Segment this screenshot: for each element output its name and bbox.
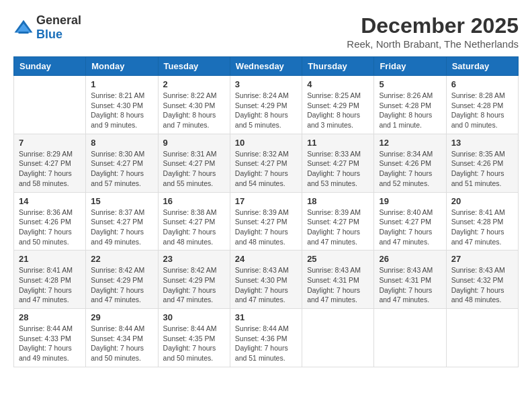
logo-text-general: General (36, 13, 81, 27)
calendar-cell: 4Sunrise: 8:25 AM Sunset: 4:29 PM Daylig… (302, 76, 374, 134)
day-number: 6 (451, 79, 513, 89)
logo: General Blue (13, 13, 81, 42)
calendar-cell: 10Sunrise: 8:32 AM Sunset: 4:27 PM Dayli… (230, 134, 302, 192)
day-info: Sunrise: 8:21 AM Sunset: 4:30 PM Dayligh… (91, 91, 152, 130)
day-info: Sunrise: 8:30 AM Sunset: 4:27 PM Dayligh… (91, 149, 152, 189)
day-number: 4 (307, 79, 369, 89)
day-info: Sunrise: 8:44 AM Sunset: 4:36 PM Dayligh… (235, 324, 297, 363)
calendar-cell: 30Sunrise: 8:44 AM Sunset: 4:35 PM Dayli… (158, 309, 230, 367)
calendar-table: SundayMondayTuesdayWednesdayThursdayFrid… (13, 56, 519, 367)
month-title: December 2025 (347, 13, 519, 38)
column-header-tuesday: Tuesday (158, 57, 230, 76)
day-info: Sunrise: 8:32 AM Sunset: 4:27 PM Dayligh… (235, 149, 297, 189)
calendar-cell: 7Sunrise: 8:29 AM Sunset: 4:27 PM Daylig… (14, 134, 86, 192)
week-row-4: 21Sunrise: 8:41 AM Sunset: 4:28 PM Dayli… (14, 250, 519, 309)
day-info: Sunrise: 8:44 AM Sunset: 4:33 PM Dayligh… (19, 324, 81, 363)
day-info: Sunrise: 8:34 AM Sunset: 4:26 PM Dayligh… (379, 149, 441, 189)
day-number: 1 (91, 79, 152, 89)
calendar-cell: 1Sunrise: 8:21 AM Sunset: 4:30 PM Daylig… (86, 76, 158, 134)
day-info: Sunrise: 8:44 AM Sunset: 4:35 PM Dayligh… (163, 324, 225, 363)
location-title: Reek, North Brabant, The Netherlands (347, 38, 519, 50)
day-info: Sunrise: 8:29 AM Sunset: 4:27 PM Dayligh… (19, 149, 81, 189)
day-number: 12 (379, 138, 441, 148)
logo-text-blue: Blue (36, 28, 62, 41)
day-number: 25 (307, 254, 369, 264)
calendar-cell: 18Sunrise: 8:39 AM Sunset: 4:27 PM Dayli… (302, 192, 374, 250)
day-number: 5 (379, 79, 441, 89)
week-row-3: 14Sunrise: 8:36 AM Sunset: 4:26 PM Dayli… (14, 192, 519, 250)
week-row-5: 28Sunrise: 8:44 AM Sunset: 4:33 PM Dayli… (14, 309, 519, 367)
day-number: 9 (163, 138, 225, 148)
day-info: Sunrise: 8:33 AM Sunset: 4:27 PM Dayligh… (307, 149, 369, 189)
day-info: Sunrise: 8:25 AM Sunset: 4:29 PM Dayligh… (307, 91, 369, 130)
day-number: 8 (91, 138, 152, 148)
day-info: Sunrise: 8:22 AM Sunset: 4:30 PM Dayligh… (163, 91, 225, 130)
day-number: 11 (307, 138, 369, 148)
day-number: 14 (19, 196, 81, 206)
column-header-thursday: Thursday (302, 57, 374, 76)
day-number: 31 (235, 312, 297, 322)
day-info: Sunrise: 8:24 AM Sunset: 4:29 PM Dayligh… (235, 91, 297, 130)
calendar-cell (446, 309, 518, 367)
day-number: 7 (19, 138, 81, 148)
day-number: 3 (235, 79, 297, 89)
day-info: Sunrise: 8:41 AM Sunset: 4:28 PM Dayligh… (19, 265, 81, 305)
calendar-cell: 19Sunrise: 8:40 AM Sunset: 4:27 PM Dayli… (374, 192, 446, 250)
day-number: 21 (19, 254, 81, 264)
calendar-cell: 11Sunrise: 8:33 AM Sunset: 4:27 PM Dayli… (302, 134, 374, 192)
day-info: Sunrise: 8:26 AM Sunset: 4:28 PM Dayligh… (379, 91, 441, 130)
calendar-cell: 5Sunrise: 8:26 AM Sunset: 4:28 PM Daylig… (374, 76, 446, 134)
calendar-cell: 3Sunrise: 8:24 AM Sunset: 4:29 PM Daylig… (230, 76, 302, 134)
column-header-friday: Friday (374, 57, 446, 76)
day-info: Sunrise: 8:43 AM Sunset: 4:31 PM Dayligh… (379, 265, 441, 305)
day-number: 15 (91, 196, 152, 206)
day-info: Sunrise: 8:37 AM Sunset: 4:27 PM Dayligh… (91, 208, 152, 247)
calendar-cell: 28Sunrise: 8:44 AM Sunset: 4:33 PM Dayli… (14, 309, 86, 367)
day-info: Sunrise: 8:41 AM Sunset: 4:28 PM Dayligh… (451, 208, 513, 247)
calendar-cell: 14Sunrise: 8:36 AM Sunset: 4:26 PM Dayli… (14, 192, 86, 250)
day-number: 30 (163, 312, 225, 322)
logo-icon (13, 17, 34, 38)
day-number: 19 (379, 196, 441, 206)
calendar-cell: 13Sunrise: 8:35 AM Sunset: 4:26 PM Dayli… (446, 134, 518, 192)
day-number: 10 (235, 138, 297, 148)
calendar-cell: 20Sunrise: 8:41 AM Sunset: 4:28 PM Dayli… (446, 192, 518, 250)
day-number: 27 (451, 254, 513, 264)
calendar-cell: 29Sunrise: 8:44 AM Sunset: 4:34 PM Dayli… (86, 309, 158, 367)
calendar-cell: 26Sunrise: 8:43 AM Sunset: 4:31 PM Dayli… (374, 250, 446, 309)
day-number: 13 (451, 138, 513, 148)
day-info: Sunrise: 8:42 AM Sunset: 4:29 PM Dayligh… (91, 265, 152, 305)
day-info: Sunrise: 8:39 AM Sunset: 4:27 PM Dayligh… (307, 208, 369, 247)
day-info: Sunrise: 8:40 AM Sunset: 4:27 PM Dayligh… (379, 208, 441, 247)
day-number: 20 (451, 196, 513, 206)
calendar-header-row: SundayMondayTuesdayWednesdayThursdayFrid… (14, 57, 519, 76)
calendar-cell: 17Sunrise: 8:39 AM Sunset: 4:27 PM Dayli… (230, 192, 302, 250)
day-number: 18 (307, 196, 369, 206)
column-header-sunday: Sunday (14, 57, 86, 76)
column-header-monday: Monday (86, 57, 158, 76)
day-info: Sunrise: 8:43 AM Sunset: 4:30 PM Dayligh… (235, 265, 297, 305)
day-info: Sunrise: 8:43 AM Sunset: 4:32 PM Dayligh… (451, 265, 513, 305)
day-number: 28 (19, 312, 81, 322)
calendar-cell: 25Sunrise: 8:43 AM Sunset: 4:31 PM Dayli… (302, 250, 374, 309)
day-info: Sunrise: 8:28 AM Sunset: 4:28 PM Dayligh… (451, 91, 513, 130)
calendar-cell: 12Sunrise: 8:34 AM Sunset: 4:26 PM Dayli… (374, 134, 446, 192)
day-number: 24 (235, 254, 297, 264)
calendar-cell: 21Sunrise: 8:41 AM Sunset: 4:28 PM Dayli… (14, 250, 86, 309)
day-info: Sunrise: 8:43 AM Sunset: 4:31 PM Dayligh… (307, 265, 369, 305)
calendar-cell (374, 309, 446, 367)
day-number: 29 (91, 312, 152, 322)
day-info: Sunrise: 8:31 AM Sunset: 4:27 PM Dayligh… (163, 149, 225, 189)
calendar-cell: 24Sunrise: 8:43 AM Sunset: 4:30 PM Dayli… (230, 250, 302, 309)
calendar-cell: 15Sunrise: 8:37 AM Sunset: 4:27 PM Dayli… (86, 192, 158, 250)
calendar-cell: 2Sunrise: 8:22 AM Sunset: 4:30 PM Daylig… (158, 76, 230, 134)
day-info: Sunrise: 8:39 AM Sunset: 4:27 PM Dayligh… (235, 208, 297, 247)
calendar-cell: 23Sunrise: 8:42 AM Sunset: 4:29 PM Dayli… (158, 250, 230, 309)
day-number: 26 (379, 254, 441, 264)
calendar-cell (14, 76, 86, 134)
title-section: December 2025 Reek, North Brabant, The N… (347, 13, 519, 50)
day-number: 2 (163, 79, 225, 89)
week-row-2: 7Sunrise: 8:29 AM Sunset: 4:27 PM Daylig… (14, 134, 519, 192)
week-row-1: 1Sunrise: 8:21 AM Sunset: 4:30 PM Daylig… (14, 76, 519, 134)
day-number: 23 (163, 254, 225, 264)
